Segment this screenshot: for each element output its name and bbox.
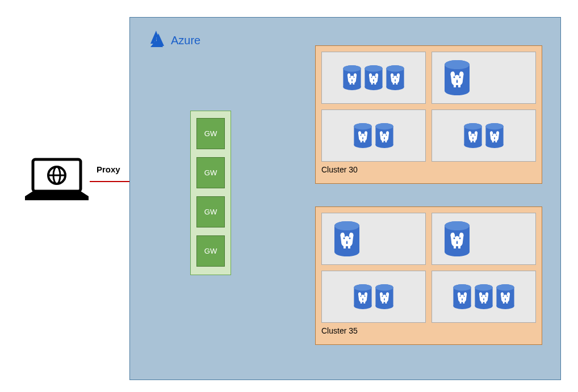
svg-point-6 [343,84,361,90]
svg-point-27 [459,77,461,78]
cluster-30: Cluster 30 [315,45,542,184]
cluster-30-cell-1 [432,52,536,104]
svg-point-19 [386,65,404,71]
database-icon [386,64,405,91]
svg-point-38 [382,134,383,136]
database-icon [353,122,372,149]
svg-point-20 [392,77,393,78]
svg-point-42 [464,142,481,148]
svg-point-68 [360,296,361,297]
cluster-35-grid [321,213,536,323]
svg-point-39 [386,134,387,136]
cluster-30-label: Cluster 30 [321,162,536,174]
svg-point-78 [453,303,471,309]
database-icon [375,122,394,149]
database-icon [443,220,471,258]
svg-point-32 [360,134,361,136]
svg-point-50 [492,134,493,136]
cluster-30-cell-0 [321,52,426,104]
gateway-node-3: GW [196,196,225,227]
svg-point-51 [496,134,497,136]
svg-point-74 [382,296,383,297]
database-icon [333,220,361,258]
svg-point-63 [459,238,461,239]
client-laptop-icon [23,156,91,204]
svg-point-15 [375,77,376,78]
svg-point-8 [349,77,350,78]
svg-point-31 [354,123,371,129]
svg-point-61 [445,221,470,230]
database-icon [353,283,372,310]
svg-point-48 [485,142,503,148]
svg-point-12 [365,84,382,90]
svg-point-9 [353,77,354,78]
svg-point-80 [459,296,460,297]
svg-point-14 [371,77,372,78]
svg-point-30 [354,142,371,148]
gateway-node-2: GW [196,157,225,188]
azure-logo-icon [146,29,166,52]
cluster-35-cell-1 [432,213,536,265]
azure-header: Azure [146,29,200,52]
cluster-30-cell-3 [432,109,536,162]
svg-point-91 [496,284,514,290]
svg-point-24 [445,86,470,95]
database-icon [342,64,362,91]
gateway-node-4: GW [196,235,225,267]
svg-point-75 [386,296,387,297]
svg-point-60 [445,247,470,256]
svg-point-33 [364,134,365,136]
svg-point-79 [453,284,471,290]
svg-point-73 [375,284,393,290]
svg-point-84 [475,303,492,309]
svg-point-7 [343,65,361,71]
gateway-node-1: GW [196,118,225,149]
cluster-35: Cluster 35 [315,206,542,345]
svg-point-21 [396,77,397,78]
proxy-label: Proxy [97,165,120,174]
svg-point-43 [464,123,481,129]
cluster-35-label: Cluster 35 [321,323,536,335]
svg-point-66 [354,303,371,309]
svg-point-87 [485,296,486,297]
svg-point-37 [375,123,393,129]
svg-point-57 [349,238,351,239]
svg-point-54 [334,247,359,256]
svg-point-86 [481,296,482,297]
database-icon [443,59,471,96]
svg-point-90 [496,303,514,309]
diagram-canvas: Proxy Azure GW GW GW GW [0,0,578,392]
cluster-30-grid [321,52,536,162]
database-icon [474,283,493,310]
svg-point-67 [354,284,371,290]
svg-point-26 [454,77,455,78]
database-icon [463,122,483,149]
svg-point-69 [364,296,365,297]
svg-point-56 [344,238,345,239]
svg-point-93 [506,296,508,297]
cluster-35-cell-3 [432,271,536,323]
cluster-35-cell-0 [321,213,426,265]
database-icon [364,64,383,91]
svg-point-81 [463,296,464,297]
svg-point-62 [454,238,455,239]
svg-point-49 [485,123,503,129]
svg-point-92 [502,296,504,297]
database-icon [453,283,472,310]
svg-point-55 [334,221,359,230]
cluster-30-cell-2 [321,109,426,162]
svg-point-18 [386,84,404,90]
svg-point-85 [475,284,492,290]
svg-point-13 [365,65,382,71]
database-icon [375,283,394,310]
database-icon [496,283,515,310]
svg-point-45 [474,134,475,136]
svg-point-44 [470,134,471,136]
cluster-35-cell-2 [321,271,426,323]
svg-point-25 [445,60,470,69]
database-icon [485,122,504,149]
azure-label: Azure [171,34,200,47]
svg-point-72 [375,303,393,309]
svg-point-36 [375,142,393,148]
gateway-container: GW GW GW GW [190,111,231,275]
